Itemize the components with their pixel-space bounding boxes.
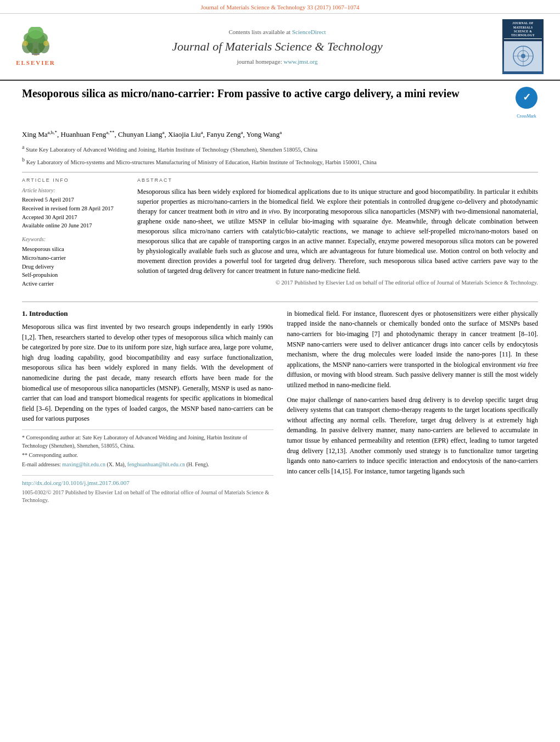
svg-text:CrossMark: CrossMark: [520, 104, 534, 108]
footnote-emails: E-mail addresses: maxing@hit.edu.cn (X. …: [22, 460, 273, 468]
authors-line: Xing Maa,b,*, Huanhuan Fenga,**, Chunyan…: [22, 129, 538, 140]
intro-paragraph2: in biomedical field. For instance, fluor…: [287, 309, 539, 390]
footnote-star2: ** Corresponding author.: [22, 451, 273, 459]
abstract-divider: [22, 302, 538, 302]
received-revised-date: Received in revised form 28 April 2017: [22, 205, 126, 213]
journal-title: Journal of Materials Science & Technolog…: [60, 38, 494, 55]
keyword-2: Micro/nano-carrier: [22, 254, 126, 263]
keyword-1: Mesoporous silica: [22, 245, 126, 254]
author-5: Fanyu Zenga: [206, 130, 243, 138]
intro-paragraph3: One major challenge of nano-carriers bas…: [287, 395, 539, 477]
affiliation-a: a State Key Laboratory of Advanced Weldi…: [22, 143, 538, 154]
email-link-1[interactable]: maxing@hit.edu.cn: [62, 461, 105, 467]
keyword-5: Active carrier: [22, 280, 126, 288]
available-online-date: Available online 20 June 2017: [22, 222, 126, 230]
accepted-date: Accepted 30 April 2017: [22, 214, 126, 222]
svg-rect-7: [32, 53, 40, 55]
homepage-link[interactable]: www.jmst.org: [283, 58, 317, 65]
svg-point-9: [43, 41, 49, 46]
history-label: Article history:: [22, 187, 126, 194]
author-6: Yong Wanga: [247, 130, 282, 138]
abstract-text: Mesoporous silica has been widely explor…: [137, 187, 538, 276]
cover-image-graphic: [507, 42, 540, 70]
journal-homepage: journal homepage: www.jmst.org: [60, 58, 494, 66]
author-2: Huanhuan Fenga,**: [61, 130, 115, 138]
cover-thumbnail: JOURNAL OFMATERIALSSCIENCE &TECHNOLOGY: [502, 19, 544, 74]
abstract-label: ABSTRACT: [137, 177, 538, 184]
received-date: Received 5 April 2017: [22, 196, 126, 204]
article-body: Mesoporous silica as micro/nano-carrier:…: [0, 81, 560, 515]
article-info-abstract: ARTICLE INFO Article history: Received 5…: [22, 177, 538, 294]
abstract-copyright: © 2017 Published by Elsevier Ltd on beha…: [137, 279, 538, 287]
bottom-links: http://dx.doi.org/10.1016/j.jmst.2017.06…: [22, 475, 273, 504]
elsevier-logo: ELSEVIER: [11, 27, 60, 67]
footnote-star1: * Corresponding author at: Sate Key Labo…: [22, 433, 273, 450]
svg-point-8: [23, 41, 28, 46]
contents-available-line: Contents lists available at ScienceDirec…: [60, 28, 494, 36]
article-info-label: ARTICLE INFO: [22, 177, 126, 184]
page: Journal of Materials Science & Technolog…: [0, 0, 560, 742]
affiliations: a State Key Laboratory of Advanced Weldi…: [22, 143, 538, 166]
header-divider: [22, 172, 538, 172]
cover-title-text: JOURNAL OFMATERIALSSCIENCE &TECHNOLOGY: [511, 21, 535, 37]
affiliation-b: b Key Laboratory of Micro-systems and Mi…: [22, 155, 538, 166]
footnote-section: * Corresponding author at: Sate Key Labo…: [22, 429, 273, 468]
keyword-4: Self-propulsion: [22, 271, 126, 280]
journal-center: Contents lists available at ScienceDirec…: [60, 28, 494, 66]
intro-paragraph1: Mesoporous silica was first invented by …: [22, 322, 273, 424]
article-info-col: ARTICLE INFO Article history: Received 5…: [22, 177, 126, 294]
intro-heading: 1. Introduction: [22, 309, 273, 319]
sciencedirect-link[interactable]: ScienceDirect: [292, 29, 326, 35]
author-3: Chunyan Lianga: [118, 130, 165, 138]
journal-citation: Journal of Materials Science & Technolog…: [200, 4, 359, 10]
article-title: Mesoporous silica as micro/nano-carrier:…: [22, 86, 507, 101]
keyword-3: Drug delivery: [22, 263, 126, 271]
email-link-2[interactable]: fenghuanhuan@hit.edu.cn: [127, 461, 185, 467]
crossmark-label: CrossMark: [515, 113, 538, 119]
svg-text:✓: ✓: [523, 92, 531, 103]
main-content: 1. Introduction Mesoporous silica was fi…: [22, 309, 538, 505]
main-left-col: 1. Introduction Mesoporous silica was fi…: [22, 309, 273, 505]
journal-cover: JOURNAL OFMATERIALSSCIENCE &TECHNOLOGY: [494, 19, 544, 74]
journal-header: ELSEVIER Contents lists available at Sci…: [0, 14, 560, 81]
abstract-col: ABSTRACT Mesoporous silica has been wide…: [137, 177, 538, 294]
article-history-block: Article history: Received 5 April 2017 R…: [22, 187, 126, 230]
keywords-block: Keywords: Mesoporous silica Micro/nano-c…: [22, 236, 126, 288]
keywords-label: Keywords:: [22, 236, 126, 243]
license-text: 1005-0302/© 2017 Published by Elsevier L…: [22, 489, 273, 504]
article-title-section: Mesoporous silica as micro/nano-carrier:…: [22, 86, 538, 122]
top-bar: Journal of Materials Science & Technolog…: [0, 0, 560, 14]
doi-link[interactable]: http://dx.doi.org/10.1016/j.jmst.2017.06…: [22, 479, 273, 487]
crossmark-icon: ✓ CrossMark: [515, 86, 538, 109]
crossmark-badge: ✓ CrossMark CrossMark: [515, 86, 538, 119]
elsevier-brand-text: ELSEVIER: [16, 59, 55, 67]
elsevier-tree-icon: [16, 27, 55, 57]
main-right-col: in biomedical field. For instance, fluor…: [287, 309, 539, 505]
author-4: Xiaojia Liua: [168, 130, 203, 138]
author-1: Xing Maa,b,*: [22, 130, 57, 138]
